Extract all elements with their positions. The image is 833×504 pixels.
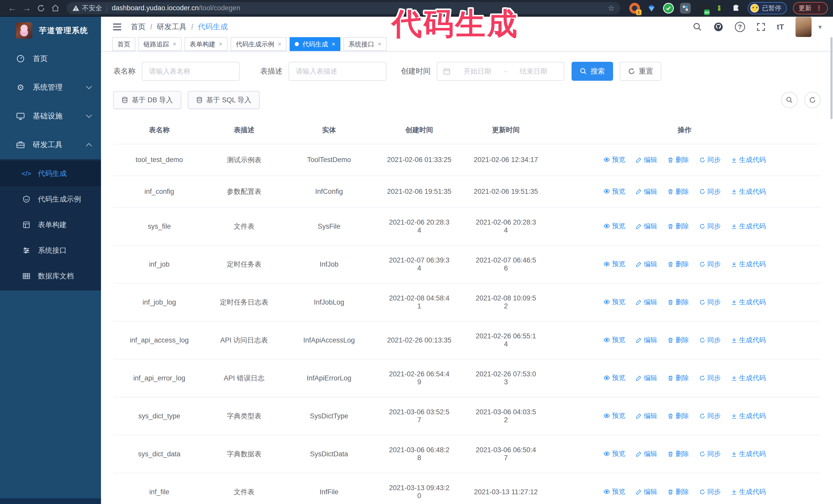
refresh-table-button[interactable] [804, 92, 821, 108]
delete-link[interactable]: 删除 [667, 411, 689, 421]
sidebar-item-codegen[interactable]: </> 代码生成 [0, 161, 101, 186]
delete-link[interactable]: 删除 [667, 374, 689, 383]
header-search-icon[interactable] [693, 22, 702, 31]
delete-link[interactable]: 删除 [667, 487, 689, 496]
edit-link[interactable]: 编辑 [636, 487, 657, 496]
toggle-search-button[interactable] [781, 92, 798, 108]
sidebar-item-api[interactable]: 系统接口 [0, 238, 101, 263]
sidebar-item-home[interactable]: 首页 [0, 44, 101, 73]
github-icon[interactable] [713, 22, 723, 32]
generate-code-link[interactable]: 生成代码 [731, 297, 766, 307]
generate-code-link[interactable]: 生成代码 [731, 222, 766, 231]
delete-link[interactable]: 删除 [667, 222, 689, 231]
edit-link[interactable]: 编辑 [636, 187, 657, 196]
sidebar-item-form-builder[interactable]: 表单构建 [0, 212, 101, 238]
search-button[interactable]: 搜索 [572, 62, 613, 81]
generate-code-link[interactable]: 生成代码 [731, 260, 766, 269]
edit-link[interactable]: 编辑 [636, 155, 657, 164]
close-icon[interactable]: × [173, 41, 176, 48]
sync-link[interactable]: 同步 [699, 449, 721, 458]
home-icon[interactable] [48, 1, 63, 16]
date-range-picker[interactable]: 开始日期 - 结束日期 [437, 62, 564, 81]
tab-form-builder[interactable]: 表单构建 × [185, 37, 228, 51]
delete-link[interactable]: 删除 [667, 449, 689, 458]
sidebar-item-devtools[interactable]: 研发工具 [0, 130, 101, 159]
edit-link[interactable]: 编辑 [636, 449, 657, 458]
generate-code-link[interactable]: 生成代码 [731, 187, 766, 196]
close-icon[interactable]: × [378, 41, 381, 48]
extension-icon-robot[interactable] [714, 3, 724, 14]
hamburger-icon[interactable] [112, 23, 122, 31]
import-sql-button[interactable]: 基于 SQL 导入 [188, 91, 260, 109]
avatar[interactable] [795, 17, 812, 37]
avatar-caret-icon[interactable]: ▾ [818, 23, 822, 31]
sidebar-item-infra[interactable]: 基础设施 [0, 102, 101, 130]
sync-link[interactable]: 同步 [699, 155, 721, 164]
sync-link[interactable]: 同步 [699, 374, 721, 383]
generate-code-link[interactable]: 生成代码 [731, 487, 766, 496]
reload-icon[interactable] [34, 1, 48, 16]
table-name-input[interactable] [142, 62, 240, 81]
edit-link[interactable]: 编辑 [636, 222, 657, 231]
preview-link[interactable]: 预览 [603, 155, 625, 164]
generate-code-link[interactable]: 生成代码 [731, 449, 766, 458]
close-icon[interactable]: × [219, 41, 222, 48]
edit-link[interactable]: 编辑 [636, 297, 657, 307]
reset-button[interactable]: 重置 [620, 62, 661, 81]
sidebar-item-system[interactable]: ⚙ 系统管理 [0, 73, 101, 102]
tab-codegen-example[interactable]: 代码生成示例 × [231, 37, 287, 51]
generate-code-link[interactable]: 生成代码 [731, 411, 766, 421]
table-desc-input[interactable] [289, 62, 386, 81]
tab-codegen[interactable]: 代码生成 × [290, 37, 340, 51]
delete-link[interactable]: 删除 [667, 155, 689, 164]
back-icon[interactable]: ← [5, 1, 20, 16]
edit-link[interactable]: 编辑 [636, 336, 657, 344]
tab-tracing[interactable]: 链路追踪 × [138, 37, 182, 51]
font-size-icon[interactable]: tT [777, 23, 784, 31]
sync-link[interactable]: 同步 [699, 487, 721, 496]
fullscreen-icon[interactable] [756, 22, 766, 31]
edit-link[interactable]: 编辑 [636, 260, 657, 269]
breadcrumb-home[interactable]: 首页 [131, 22, 146, 32]
import-db-button[interactable]: 基于 DB 导入 [113, 91, 181, 109]
extension-icon-gem[interactable] [646, 3, 657, 14]
sidebar-item-codegen-example[interactable]: 代码生成示例 [0, 186, 101, 212]
extension-icon-orange[interactable]: 1 [629, 3, 640, 14]
preview-link[interactable]: 预览 [603, 221, 625, 231]
extension-icon-grid[interactable] [680, 3, 691, 14]
sync-link[interactable]: 同步 [699, 411, 721, 421]
profile-chip-paused[interactable]: 已暂停 [748, 2, 787, 14]
delete-link[interactable]: 删除 [667, 260, 689, 269]
preview-link[interactable]: 预览 [603, 373, 625, 382]
breadcrumb-devtools[interactable]: 研发工具 [157, 22, 187, 32]
close-icon[interactable]: × [278, 41, 281, 48]
close-icon[interactable]: × [332, 41, 335, 48]
sync-link[interactable]: 同步 [699, 297, 721, 307]
delete-link[interactable]: 删除 [667, 336, 689, 344]
preview-link[interactable]: 预览 [603, 487, 625, 496]
bookmark-star-icon[interactable]: ☆ [608, 4, 615, 13]
delete-link[interactable]: 删除 [667, 187, 689, 196]
sidebar-item-db-doc[interactable]: 数据库文档 [0, 263, 101, 289]
preview-link[interactable]: 预览 [603, 259, 625, 268]
tab-home[interactable]: 首页 [112, 37, 135, 51]
edit-link[interactable]: 编辑 [636, 374, 657, 383]
preview-link[interactable]: 预览 [603, 297, 625, 306]
preview-link[interactable]: 预览 [603, 411, 625, 420]
preview-link[interactable]: 预览 [603, 449, 625, 458]
sync-link[interactable]: 同步 [699, 222, 721, 231]
help-icon[interactable]: ? [735, 22, 745, 32]
sidebar-footer-bar[interactable] [0, 498, 101, 504]
extension-icon-green-check[interactable] [663, 3, 674, 14]
extensions-puzzle-icon[interactable] [731, 3, 741, 14]
generate-code-link[interactable]: 生成代码 [731, 336, 766, 344]
scrollbar-thumb[interactable] [830, 37, 832, 119]
app-logo-row[interactable]: 芋道管理系统 [0, 17, 101, 44]
preview-link[interactable]: 预览 [603, 335, 625, 344]
sync-link[interactable]: 同步 [699, 336, 721, 344]
generate-code-link[interactable]: 生成代码 [731, 155, 766, 164]
sync-link[interactable]: 同步 [699, 187, 721, 196]
preview-link[interactable]: 预览 [603, 187, 625, 196]
kebab-menu-icon[interactable]: ⋮ [815, 4, 822, 12]
delete-link[interactable]: 删除 [667, 297, 689, 307]
